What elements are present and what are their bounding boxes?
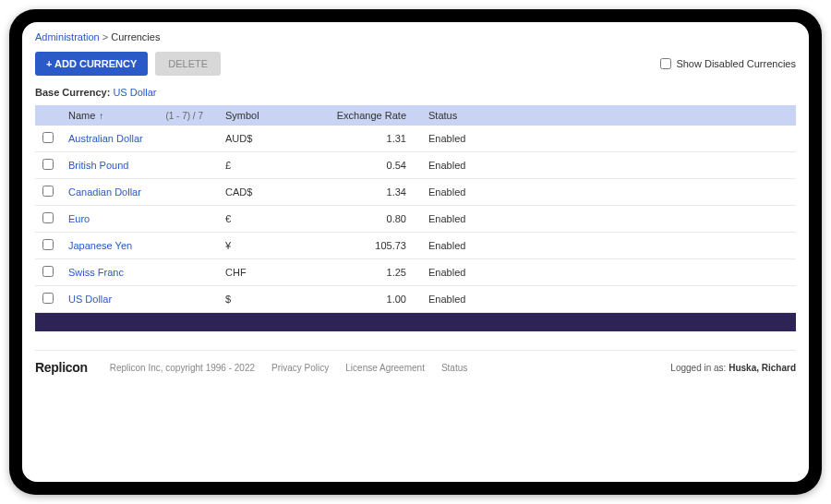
table-row: US Dollar$1.00Enabled (35, 286, 796, 313)
row-checkbox[interactable] (42, 266, 54, 277)
currency-link[interactable]: Australian Dollar (68, 133, 143, 144)
row-checkbox-cell (35, 233, 61, 259)
row-rate-cell: 1.25 (292, 259, 421, 286)
brand-logo: Replicon (35, 360, 88, 375)
table-row: Euro€0.80Enabled (35, 206, 796, 233)
row-status-cell: Enabled (421, 179, 796, 206)
row-checkbox[interactable] (42, 159, 54, 170)
row-checkbox[interactable] (42, 239, 54, 250)
row-checkbox[interactable] (42, 293, 54, 304)
tablet-frame: Administration > Currencies + ADD CURREN… (9, 9, 822, 495)
currency-link[interactable]: Euro (68, 213, 90, 224)
row-name-cell: Australian Dollar (61, 126, 218, 152)
row-checkbox-cell (35, 206, 61, 233)
row-name-cell: Canadian Dollar (61, 179, 218, 206)
row-checkbox[interactable] (42, 186, 54, 197)
row-rate-cell: 105.73 (292, 233, 421, 259)
row-name-cell: Euro (61, 206, 218, 233)
row-symbol-cell: ¥ (218, 233, 292, 259)
currencies-table: Name ↑ (1 - 7) / 7 Symbol Exchange Rate … (35, 105, 796, 313)
header-name[interactable]: Name ↑ (1 - 7) / 7 (61, 105, 218, 126)
base-currency-label: Base Currency: (35, 87, 110, 98)
currency-link[interactable]: Canadian Dollar (68, 186, 141, 198)
page-footer: Replicon Replicon Inc, copyright 1996 - … (35, 350, 796, 375)
row-rate-cell: 1.00 (292, 286, 421, 313)
currency-link[interactable]: US Dollar (68, 294, 112, 305)
base-currency-link[interactable]: US Dollar (113, 87, 156, 98)
row-name-cell: Japanese Yen (61, 233, 218, 259)
row-symbol-cell: AUD$ (218, 126, 292, 152)
row-rate-cell: 1.34 (292, 179, 421, 206)
header-status[interactable]: Status (421, 105, 796, 126)
row-rate-cell: 1.31 (292, 126, 421, 152)
show-disabled-checkbox[interactable] (660, 58, 671, 69)
row-checkbox-cell (35, 286, 61, 313)
row-symbol-cell: $ (218, 286, 292, 313)
row-status-cell: Enabled (421, 286, 796, 313)
table-header-row: Name ↑ (1 - 7) / 7 Symbol Exchange Rate … (35, 105, 796, 126)
table-row: Canadian DollarCAD$1.34Enabled (35, 179, 796, 206)
row-name-cell: US Dollar (61, 286, 218, 313)
row-status-cell: Enabled (421, 152, 796, 179)
row-symbol-cell: CHF (218, 259, 292, 286)
table-footer-bar (35, 313, 796, 331)
breadcrumb-separator: > (102, 31, 111, 42)
table-row: Swiss FrancCHF1.25Enabled (35, 259, 796, 286)
page-info: (1 - 7) / 7 (165, 111, 211, 121)
row-checkbox-cell (35, 259, 61, 286)
row-checkbox-cell (35, 179, 61, 206)
license-link[interactable]: License Agreement (345, 363, 425, 373)
row-name-cell: British Pound (61, 152, 218, 179)
currency-link[interactable]: Japanese Yen (68, 240, 132, 251)
logged-in-info: Logged in as: Huska, Richard (670, 363, 796, 373)
row-status-cell: Enabled (421, 126, 796, 152)
header-checkbox-col (35, 105, 61, 126)
row-symbol-cell: € (218, 206, 292, 233)
header-symbol[interactable]: Symbol (218, 105, 292, 126)
header-rate[interactable]: Exchange Rate (292, 105, 421, 126)
logged-in-label: Logged in as: (670, 363, 726, 373)
sort-ascending-icon: ↑ (99, 111, 103, 121)
row-symbol-cell: £ (218, 152, 292, 179)
row-checkbox-cell (35, 126, 61, 152)
breadcrumb-current: Currencies (111, 31, 160, 42)
breadcrumb: Administration > Currencies (35, 31, 796, 42)
copyright-text: Replicon Inc, copyright 1996 - 2022 (110, 363, 255, 373)
currency-link[interactable]: Swiss Franc (68, 267, 124, 278)
toolbar: + ADD CURRENCY DELETE Show Disabled Curr… (35, 52, 796, 76)
row-checkbox-cell (35, 152, 61, 179)
row-status-cell: Enabled (421, 206, 796, 233)
row-checkbox[interactable] (42, 132, 54, 143)
table-row: British Pound£0.54Enabled (35, 152, 796, 179)
row-symbol-cell: CAD$ (218, 179, 292, 206)
show-disabled-label: Show Disabled Currencies (676, 58, 796, 69)
add-currency-button[interactable]: + ADD CURRENCY (35, 52, 148, 76)
show-disabled-toggle[interactable]: Show Disabled Currencies (660, 58, 796, 69)
row-status-cell: Enabled (421, 233, 796, 259)
app-screen: Administration > Currencies + ADD CURREN… (22, 22, 809, 482)
privacy-link[interactable]: Privacy Policy (271, 363, 329, 373)
row-name-cell: Swiss Franc (61, 259, 218, 286)
row-checkbox[interactable] (42, 212, 54, 223)
breadcrumb-root-link[interactable]: Administration (35, 31, 100, 42)
row-rate-cell: 0.54 (292, 152, 421, 179)
header-name-label: Name (68, 110, 95, 121)
status-link[interactable]: Status (441, 363, 467, 373)
row-rate-cell: 0.80 (292, 206, 421, 233)
currency-link[interactable]: British Pound (68, 160, 128, 171)
row-status-cell: Enabled (421, 259, 796, 286)
table-row: Japanese Yen¥105.73Enabled (35, 233, 796, 259)
logged-in-user: Huska, Richard (729, 363, 796, 373)
delete-button[interactable]: DELETE (155, 52, 221, 76)
table-row: Australian DollarAUD$1.31Enabled (35, 126, 796, 152)
base-currency-row: Base Currency: US Dollar (35, 87, 796, 98)
